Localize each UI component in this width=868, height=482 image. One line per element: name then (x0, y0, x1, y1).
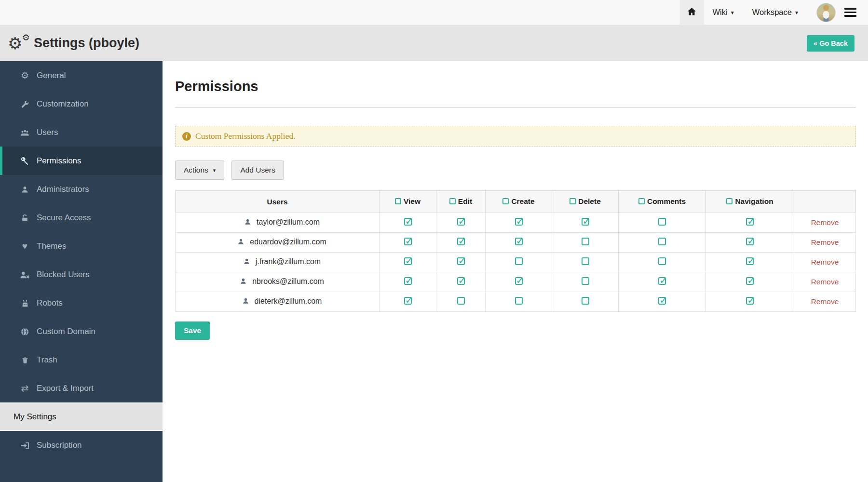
delete-checkbox[interactable] (582, 277, 589, 285)
custom-permissions-notice: i Custom Permissions Applied. (175, 126, 856, 147)
chevron-down-icon: ▾ (731, 9, 734, 16)
workspace-menu[interactable]: Workspace ▾ (752, 8, 798, 17)
edit-checkbox[interactable] (457, 257, 465, 265)
divider (175, 107, 856, 108)
sidebar-item-my-settings[interactable]: My Settings (0, 402, 163, 431)
select-all-edit-checkbox[interactable] (449, 198, 456, 204)
user-email: dieterk@zillum.com (255, 297, 322, 305)
go-back-button[interactable]: « Go Back (807, 35, 854, 52)
workspace-menu-label: Workspace (752, 8, 792, 17)
sidebar-item-customization[interactable]: Customization (0, 90, 163, 118)
actions-button[interactable]: Actions ▾ (175, 161, 224, 180)
select-all-create-checkbox[interactable] (502, 198, 509, 204)
column-header-remove (794, 191, 856, 213)
sidebar-item-label: Permissions (37, 156, 81, 166)
edit-checkbox[interactable] (457, 238, 465, 245)
sidebar-item-label: Robots (37, 298, 63, 308)
user-avatar[interactable] (816, 3, 836, 22)
edit-checkbox[interactable] (457, 277, 465, 285)
create-checkbox[interactable] (515, 238, 523, 245)
delete-checkbox[interactable] (582, 257, 589, 265)
comments-checkbox[interactable] (658, 277, 666, 285)
notice-text: Custom Permissions Applied. (195, 131, 296, 141)
page-title: Settings (pboyle) (34, 36, 139, 51)
comments-checkbox[interactable] (658, 257, 666, 265)
user-icon (242, 298, 249, 306)
user-email: eduardov@zillum.com (250, 238, 326, 246)
remove-link[interactable]: Remove (811, 297, 839, 306)
sidebar-item-administrators[interactable]: Administrators (0, 175, 163, 203)
sidebar-item-blocked-users[interactable]: Blocked Users (0, 260, 163, 289)
sidebar-item-export-import[interactable]: ⇄ Export & Import (0, 374, 163, 402)
select-all-navigation-checkbox[interactable] (726, 198, 732, 204)
navigation-checkbox[interactable] (746, 277, 754, 285)
select-all-comments-checkbox[interactable] (638, 198, 645, 204)
navigation-checkbox[interactable] (746, 297, 754, 305)
view-checkbox[interactable] (404, 257, 412, 265)
wiki-menu[interactable]: Wiki ▾ (713, 8, 734, 17)
view-checkbox[interactable] (404, 238, 412, 245)
user-email: j.frank@zillum.com (256, 257, 321, 266)
sidebar-item-themes[interactable]: ♥ Themes (0, 232, 163, 260)
create-checkbox[interactable] (515, 277, 523, 285)
settings-sidebar: ⚙ General Customization Users Permission… (0, 61, 163, 482)
table-row: nbrooks@zillum.com Remove (176, 272, 856, 292)
comments-checkbox[interactable] (658, 297, 666, 305)
sidebar-item-permissions[interactable]: Permissions (0, 147, 163, 175)
view-checkbox[interactable] (404, 277, 412, 285)
navigation-checkbox[interactable] (746, 257, 754, 265)
select-all-delete-checkbox[interactable] (570, 198, 576, 204)
sidebar-item-general[interactable]: ⚙ General (0, 61, 163, 90)
column-header-edit: Edit (436, 191, 486, 213)
page-header: ⚙⚙ Settings (pboyle) « Go Back (0, 25, 868, 61)
delete-checkbox[interactable] (582, 238, 589, 245)
create-checkbox[interactable] (515, 257, 523, 265)
comments-checkbox[interactable] (658, 238, 666, 245)
sidebar-item-robots[interactable]: Robots (0, 289, 163, 317)
robot-icon (18, 298, 31, 308)
view-checkbox[interactable] (404, 297, 412, 305)
create-checkbox[interactable] (515, 218, 523, 226)
view-checkbox[interactable] (404, 218, 412, 226)
user-icon (240, 278, 247, 286)
info-circle-icon: i (182, 132, 191, 141)
sidebar-item-label: My Settings (14, 412, 56, 422)
sidebar-item-users[interactable]: Users (0, 118, 163, 147)
sidebar-item-custom-domain[interactable]: Custom Domain (0, 317, 163, 346)
hamburger-menu-icon[interactable] (844, 8, 856, 17)
person-x-icon (18, 269, 31, 279)
column-header-delete: Delete (552, 191, 619, 213)
remove-link[interactable]: Remove (811, 278, 839, 286)
select-all-view-checkbox[interactable] (395, 198, 401, 204)
remove-link[interactable]: Remove (811, 218, 839, 227)
save-button[interactable]: Save (175, 321, 210, 340)
sidebar-item-secure-access[interactable]: Secure Access (0, 203, 163, 232)
sidebar-item-label: Themes (37, 241, 66, 251)
permissions-table: Users View Edit Create Delete Comments N… (175, 190, 856, 312)
delete-checkbox[interactable] (582, 218, 589, 226)
home-button[interactable] (680, 0, 704, 25)
create-checkbox[interactable] (515, 297, 523, 305)
sidebar-item-label: Secure Access (37, 213, 91, 223)
add-users-button[interactable]: Add Users (231, 161, 284, 180)
add-users-button-label: Add Users (240, 166, 275, 174)
navigation-checkbox[interactable] (746, 218, 754, 226)
trash-icon (18, 355, 31, 364)
delete-checkbox[interactable] (582, 297, 589, 305)
edit-checkbox[interactable] (457, 297, 465, 305)
wrench-icon (18, 99, 31, 108)
sidebar-item-label: Trash (37, 355, 57, 365)
sidebar-item-subscription[interactable]: Subscription (0, 431, 163, 459)
sidebar-item-label: Administrators (37, 185, 89, 194)
heart-icon: ♥ (18, 241, 31, 251)
comments-checkbox[interactable] (658, 218, 666, 226)
key-icon (18, 156, 31, 166)
remove-link[interactable]: Remove (811, 258, 839, 266)
navigation-checkbox[interactable] (746, 238, 754, 245)
export-import-icon: ⇄ (18, 384, 31, 393)
remove-link[interactable]: Remove (811, 238, 839, 246)
section-title: Permissions (175, 79, 856, 94)
edit-checkbox[interactable] (457, 218, 465, 226)
table-row: eduardov@zillum.com Remove (176, 233, 856, 253)
sidebar-item-trash[interactable]: Trash (0, 346, 163, 374)
